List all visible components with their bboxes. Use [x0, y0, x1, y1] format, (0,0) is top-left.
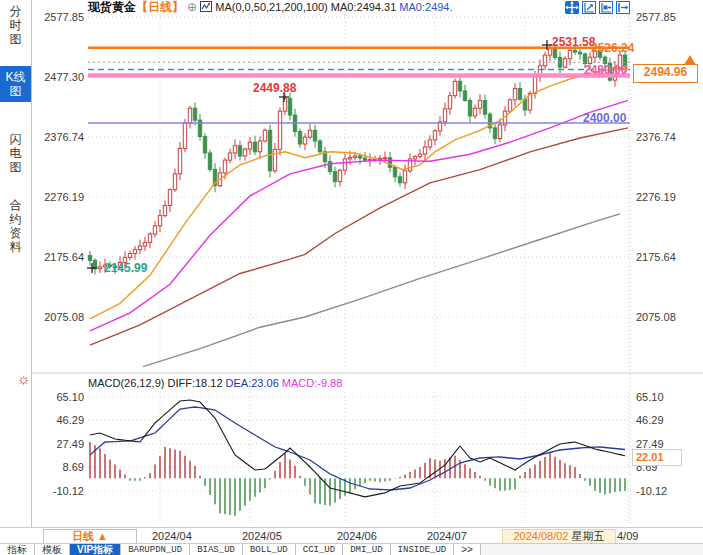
sidebar-item-3[interactable]: 闪电图 [8, 132, 23, 174]
date-axis-row: 日线 ▲ 2024/042024/052024/062024/07 2024/0… [0, 527, 703, 544]
macd-dea-value: DEA:23.06 [226, 377, 279, 389]
chart-header: 现货黄金【日线】 ⊕ MA(0,0,50,21,200,100) MA0:249… [88, 1, 453, 14]
add-indicator-icon[interactable]: ⊕ [187, 0, 197, 14]
sidebar-item-2[interactable]: K线图 [0, 66, 31, 102]
indicator-tab-bar: 指标模板VIP指标BARUPDN_UDBIAS_UDBOLL_UDCCI_UDD… [0, 543, 703, 555]
ma-value-black: MA0:2494.31 [331, 1, 396, 13]
price-axis-label-r: 2175.64 [636, 251, 700, 263]
price-annotation: 2526.24 [591, 41, 634, 55]
macd-hist-value: MACD:-9.88 [282, 377, 343, 389]
price-axis-label-l: 2577.85 [30, 11, 84, 23]
indicator-settings-icon[interactable]: ☼ [17, 371, 31, 387]
macd-axis-label-r: -10.12 [636, 485, 700, 497]
period-selector-label: 日线 [72, 530, 94, 542]
chart-canvas[interactable] [0, 0, 703, 555]
tab--[interactable]: >> [454, 544, 481, 555]
month-tick-label: 2024/06 [337, 530, 377, 542]
macd-diff-value: DIFF:18.12 [167, 377, 222, 389]
tooltip-date: 2024/08/02 [513, 530, 568, 542]
period-up-arrow-icon: ▲ [97, 530, 108, 542]
price-annotation: 2449.88 [253, 81, 296, 95]
tab-vip指标[interactable]: VIP指标 [70, 544, 121, 555]
tab-dmi-ud[interactable]: DMI_UD [343, 544, 390, 555]
ma-200 [143, 214, 620, 367]
price-axis-label-l: 2477.30 [30, 71, 84, 83]
month-tick-label: 2024/07 [427, 530, 467, 542]
zoom-x-out-icon[interactable] [599, 1, 613, 14]
month-tick-label: 2024/04 [152, 530, 192, 542]
zoom-x-in-icon[interactable] [582, 1, 596, 14]
price-axis-label-r: 2577.85 [636, 11, 700, 23]
sidebar-item-1[interactable]: 分时图 [8, 4, 23, 46]
ma-value-blue: MA0:2494. [399, 1, 452, 13]
tab-barupdn-ud[interactable]: BARUPDN_UD [121, 544, 190, 555]
symbol-name: 现货黄金 [88, 0, 136, 14]
pan-icon[interactable] [565, 1, 579, 14]
price-axis-label-l: 2276.19 [30, 191, 84, 203]
ma-settings-label: MA(0,0,50,21,200,100) [215, 1, 328, 13]
price-axis-label-r: 2376.74 [636, 131, 700, 143]
price-axis-label-l: 2075.08 [30, 311, 84, 323]
macd-axis-label-l: 8.69 [30, 461, 84, 473]
price-axis-label-r: 2276.19 [636, 191, 700, 203]
partial-month-label: 4/09 [617, 530, 638, 542]
price-axis-label-l: 2376.74 [30, 131, 84, 143]
price-annotation: 2480.00 [584, 63, 627, 77]
period-selector[interactable]: 日线 ▲ [43, 529, 137, 544]
chart-mode-sidebar: 分时图K线图闪电图合约资料 [0, 0, 32, 527]
macd-axis-label-l: 65.10 [30, 391, 84, 403]
last-price-box: 2494.96 [633, 64, 698, 83]
macd-value-box: 22.01 [632, 449, 682, 466]
tab-cci-ud[interactable]: CCI_UD [296, 544, 343, 555]
macd-axis-label-l: 46.29 [30, 414, 84, 426]
chart-type-icon[interactable] [200, 1, 212, 12]
tab-inside-ud[interactable]: INSIDE_UD [391, 544, 455, 555]
gold-kline-app: 现货黄金【日线】 ⊕ MA(0,0,50,21,200,100) MA0:249… [0, 0, 703, 555]
ma-50 [90, 100, 628, 330]
tab-bias-ud[interactable]: BIAS_UD [190, 544, 243, 555]
price-annotation: 2400.00 [583, 111, 626, 125]
jump-latest-icon[interactable] [616, 1, 630, 14]
date-tooltip: 2024/08/02 星期五 [502, 529, 616, 544]
tooltip-weekday: 星期五 [572, 530, 605, 542]
macd-axis-label-r: 46.29 [636, 414, 700, 426]
macd-header: MACD(26,12,9) DIFF:18.12 DEA:23.06 MACD:… [88, 377, 342, 390]
macd-axis-label-r: 65.10 [636, 391, 700, 403]
tab-指标[interactable]: 指标 [0, 544, 35, 555]
chart-toolbar [565, 1, 630, 14]
tab-boll-ud[interactable]: BOLL_UD [243, 544, 296, 555]
price-axis-label-l: 2175.64 [30, 251, 84, 263]
month-tick-label: 2024/05 [242, 530, 282, 542]
macd-axis-label-l: 27.49 [30, 438, 84, 450]
sidebar-item-4[interactable]: 合约资料 [8, 198, 23, 254]
price-axis-label-r: 2075.08 [636, 311, 700, 323]
period-tag: 【日线】 [136, 0, 184, 14]
macd-axis-label-l: -10.12 [30, 485, 84, 497]
price-annotation: 2531.58 [552, 35, 595, 49]
macd-title: MACD(26,12,9) [88, 377, 164, 389]
tab-模板[interactable]: 模板 [35, 544, 70, 555]
price-annotation: 2145.99 [104, 261, 147, 275]
